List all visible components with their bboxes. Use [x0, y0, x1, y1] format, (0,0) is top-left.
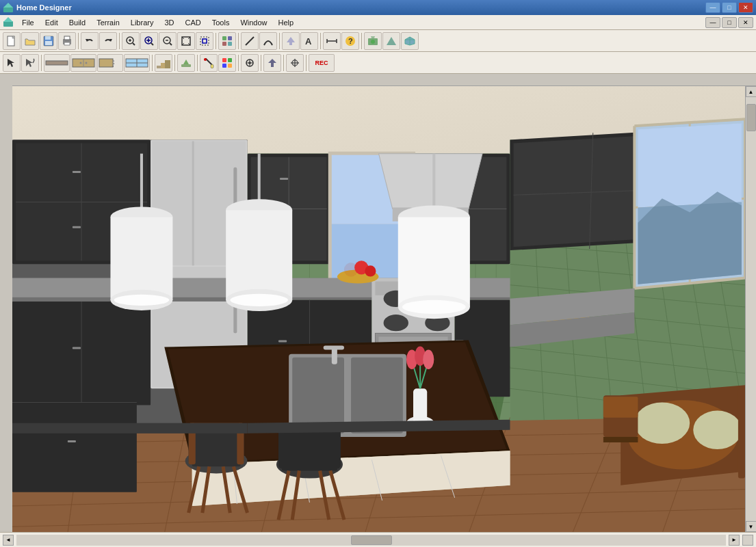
paint-tool[interactable]	[200, 54, 218, 72]
scroll-up-arrow[interactable]: ▲	[746, 86, 757, 97]
svg-text:A: A	[305, 36, 312, 46]
svg-rect-73	[228, 64, 232, 68]
svg-rect-62	[157, 66, 161, 68]
line-tool[interactable]	[241, 32, 259, 50]
svg-rect-283	[12, 402, 137, 492]
svg-point-282	[402, 300, 466, 314]
arrow-up-tool[interactable]	[282, 32, 300, 50]
main-area: ▲ ▼	[0, 74, 756, 532]
svg-rect-33	[228, 36, 232, 40]
arc-select-tool[interactable]	[21, 54, 39, 72]
measure-tool[interactable]	[323, 32, 341, 50]
svg-point-56	[80, 62, 82, 64]
arrow-tool[interactable]	[263, 54, 281, 72]
door-tool[interactable]	[97, 54, 123, 72]
cabinet-tool[interactable]	[70, 54, 96, 72]
new-button[interactable]	[3, 32, 21, 50]
zoom-sel-button[interactable]	[196, 32, 213, 50]
toolbar1: A ?	[0, 30, 756, 52]
select-tool[interactable]	[3, 54, 21, 72]
redo-button[interactable]	[99, 32, 117, 50]
svg-rect-34	[222, 42, 226, 46]
material-tool[interactable]	[218, 54, 236, 72]
zoom-in-button[interactable]	[122, 32, 140, 50]
save-button[interactable]	[40, 32, 57, 50]
terrain-tool[interactable]	[177, 54, 195, 72]
inner-close-button[interactable]: ✕	[738, 17, 753, 28]
svg-rect-64	[165, 60, 170, 68]
svg-marker-66	[183, 59, 189, 64]
print-button[interactable]	[58, 32, 76, 50]
svg-rect-218	[73, 226, 81, 228]
svg-rect-280	[398, 217, 470, 307]
canvas-area[interactable]: ▲ ▼	[12, 74, 756, 532]
camera-view-button[interactable]	[364, 32, 382, 50]
svg-rect-65	[181, 64, 191, 67]
title-bar: Home Designer — □ ✕	[0, 0, 756, 15]
svg-point-250	[423, 350, 434, 369]
3d-view-button[interactable]	[401, 32, 419, 50]
record-button[interactable]: REC	[309, 54, 335, 72]
toolbar2: REC	[0, 52, 756, 74]
svg-point-277	[230, 294, 288, 306]
zoom-out-button[interactable]	[159, 32, 177, 50]
menu-item-help[interactable]: Help	[273, 17, 300, 28]
svg-point-272	[114, 295, 170, 306]
menu-item-cad[interactable]: CAD	[179, 17, 206, 28]
stair-tool[interactable]	[155, 54, 172, 72]
svg-rect-0	[3, 7, 13, 12]
svg-point-207	[634, 402, 690, 444]
svg-line-67	[206, 59, 211, 64]
app-title: Home Designer	[16, 3, 705, 12]
text-tool[interactable]: A	[300, 32, 318, 50]
window-tool[interactable]	[124, 54, 150, 72]
maximize-button[interactable]: □	[722, 2, 737, 13]
svg-point-45	[371, 40, 375, 44]
wall-tool[interactable]	[44, 54, 70, 72]
svg-rect-229	[73, 347, 81, 349]
svg-marker-46	[371, 36, 375, 38]
svg-line-36	[246, 37, 254, 45]
transform-tool[interactable]	[286, 54, 304, 72]
scroll-left-arrow[interactable]: ◄	[3, 535, 14, 546]
svg-marker-200	[638, 123, 742, 207]
svg-rect-58	[99, 59, 113, 67]
menu-item-build[interactable]: Build	[64, 17, 91, 28]
arc-tool[interactable]	[259, 32, 277, 50]
menu-item-terrain[interactable]: Terrain	[91, 17, 125, 28]
menu-item-file[interactable]: File	[16, 17, 40, 28]
menu-item-window[interactable]: Window	[235, 17, 272, 28]
elevation-button[interactable]	[382, 32, 400, 50]
scroll-down-arrow[interactable]: ▼	[746, 521, 757, 532]
horizontal-scrollbar[interactable]	[16, 535, 726, 546]
zoom-in2-button[interactable]	[140, 32, 158, 50]
close-button[interactable]: ✕	[738, 2, 753, 13]
svg-rect-286	[12, 423, 248, 433]
menu-item-library[interactable]: Library	[125, 17, 159, 28]
svg-marker-1	[3, 3, 13, 8]
svg-rect-169	[278, 340, 287, 342]
svg-marker-52	[26, 59, 33, 67]
open-button[interactable]	[21, 32, 39, 50]
svg-marker-37	[287, 37, 295, 45]
add-button[interactable]	[218, 32, 236, 50]
svg-marker-51	[8, 59, 14, 67]
minimize-button[interactable]: —	[705, 2, 720, 13]
menu-item-3d[interactable]: 3D	[159, 17, 179, 28]
zoom-fit-button[interactable]	[177, 32, 195, 50]
menu-item-edit[interactable]: Edit	[40, 17, 64, 28]
svg-rect-30	[200, 37, 209, 45]
help-button[interactable]: ?	[341, 32, 359, 50]
undo-button[interactable]	[81, 32, 99, 50]
inner-maximize-button[interactable]: □	[722, 17, 737, 28]
symbol-tool[interactable]	[241, 54, 259, 72]
scroll-right-arrow[interactable]: ►	[729, 535, 740, 546]
kitchen-scene[interactable]	[12, 86, 745, 532]
svg-rect-210	[603, 437, 638, 442]
svg-point-174	[384, 315, 408, 331]
svg-rect-268	[140, 154, 143, 216]
svg-marker-163	[379, 154, 483, 209]
menu-item-tools[interactable]: Tools	[207, 17, 235, 28]
svg-rect-10	[64, 36, 70, 40]
inner-minimize-button[interactable]: —	[705, 17, 720, 28]
